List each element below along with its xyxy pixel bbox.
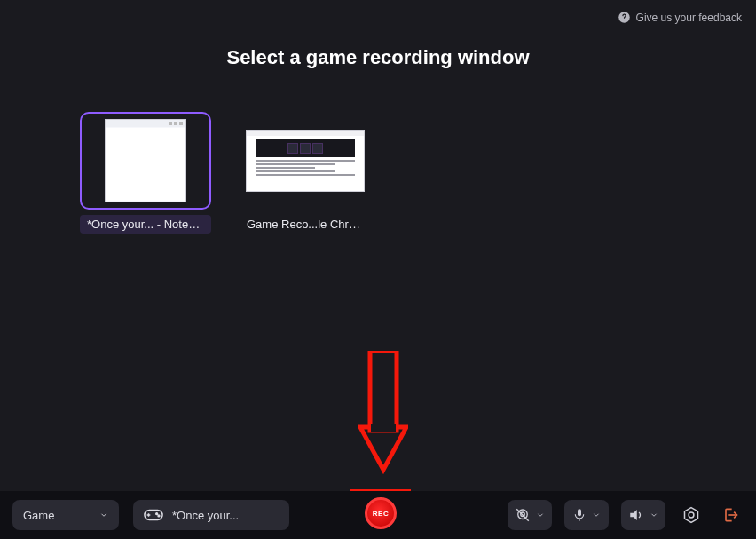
- svg-rect-13: [578, 509, 581, 516]
- mode-label: Game: [23, 509, 54, 522]
- chevron-down-icon: [650, 511, 658, 519]
- chrome-preview: [246, 130, 365, 192]
- svg-marker-16: [685, 508, 698, 523]
- svg-rect-2: [370, 351, 397, 431]
- chevron-down-icon: [536, 511, 545, 519]
- exit-icon: [721, 506, 739, 524]
- captured-window-label: *Once your...: [172, 509, 239, 522]
- svg-marker-3: [360, 427, 406, 470]
- svg-rect-4: [371, 424, 396, 432]
- settings-hex-icon: [682, 506, 700, 524]
- svg-point-9: [158, 515, 160, 517]
- svg-marker-15: [630, 510, 637, 520]
- webcam-off-icon: [515, 507, 531, 523]
- exit-button[interactable]: [717, 502, 744, 528]
- mic-dropdown[interactable]: [564, 500, 609, 530]
- mic-icon: [572, 507, 587, 523]
- thumb-preview: [240, 112, 371, 210]
- settings-button[interactable]: [678, 502, 705, 528]
- record-label: REC: [373, 510, 389, 518]
- help-circle-icon: [618, 11, 631, 24]
- page-title: Select a game recording window: [0, 46, 756, 69]
- chevron-down-icon: [592, 511, 601, 519]
- window-thumbnail-list: *Once your... - Notepad Game Reco...le C…: [80, 112, 756, 234]
- mode-dropdown[interactable]: Game: [12, 500, 119, 530]
- window-thumb-chrome[interactable]: Game Reco...le Chrome: [240, 112, 371, 234]
- webcam-dropdown[interactable]: [508, 500, 552, 530]
- speaker-dropdown[interactable]: [621, 500, 665, 530]
- record-button[interactable]: REC: [365, 497, 397, 529]
- thumb-preview: [80, 112, 211, 210]
- chevron-down-icon: [99, 511, 108, 519]
- notepad-preview: [105, 119, 186, 202]
- svg-point-1: [623, 20, 624, 20]
- svg-point-17: [689, 512, 694, 518]
- thumb-label: Game Reco...le Chrome: [240, 215, 371, 234]
- feedback-link[interactable]: Give us your feedback: [618, 11, 742, 24]
- svg-point-8: [156, 513, 158, 515]
- captured-window-button[interactable]: *Once your...: [133, 500, 289, 530]
- feedback-label: Give us your feedback: [636, 12, 742, 24]
- speaker-icon: [628, 507, 644, 523]
- right-controls: [508, 500, 744, 530]
- thumb-label: *Once your... - Notepad: [80, 215, 211, 234]
- annotation-arrow-icon: [358, 351, 408, 475]
- gamepad-icon: [144, 508, 163, 522]
- window-thumb-notepad[interactable]: *Once your... - Notepad: [80, 112, 211, 234]
